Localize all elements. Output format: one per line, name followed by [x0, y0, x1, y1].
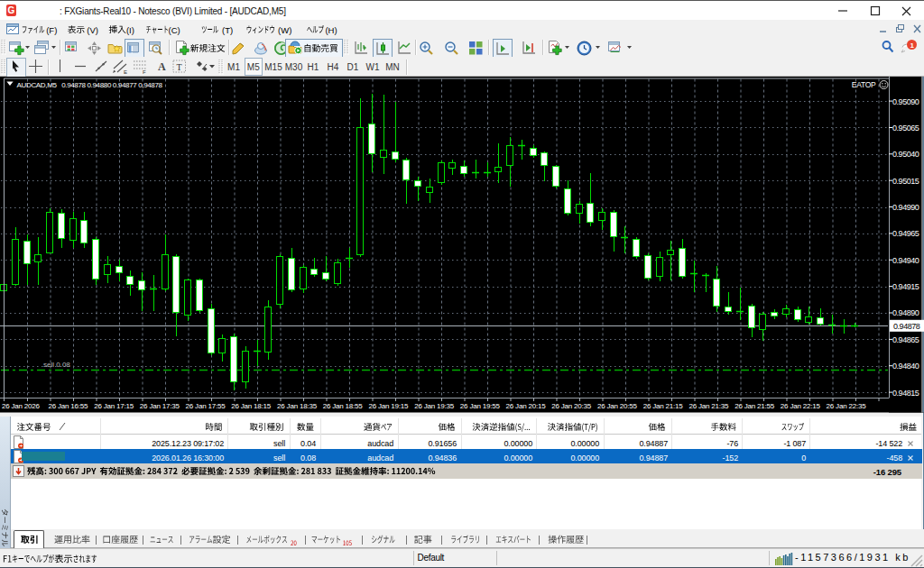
svg-text:0.95090: 0.95090	[892, 97, 919, 106]
svg-text:26 Jan 17:55: 26 Jan 17:55	[186, 402, 226, 410]
svg-text:26 Jan 18:35: 26 Jan 18:35	[277, 402, 318, 410]
svg-text:0.94990: 0.94990	[892, 203, 919, 212]
svg-text:0.94965: 0.94965	[892, 229, 919, 238]
svg-text:26 Jan 17:15: 26 Jan 17:15	[94, 402, 134, 410]
svg-text:sell 0.08: sell 0.08	[43, 361, 70, 369]
svg-text:26 Jan 22:15: 26 Jan 22:15	[781, 402, 821, 410]
svg-text:0.95015: 0.95015	[892, 177, 919, 186]
svg-text:1: 1	[910, 41, 915, 50]
svg-text:26 Jan 21:35: 26 Jan 21:35	[688, 402, 729, 410]
svg-text:26 Jan 21:55: 26 Jan 21:55	[735, 402, 775, 410]
svg-text:26 Jan 16:55: 26 Jan 16:55	[48, 402, 88, 410]
svg-text:26 Jan 20:15: 26 Jan 20:15	[506, 402, 547, 410]
svg-text:26 Jan 18:55: 26 Jan 18:55	[323, 402, 364, 410]
svg-text:T: T	[177, 62, 182, 72]
svg-text:26 Jan 19:35: 26 Jan 19:35	[414, 402, 455, 410]
svg-text:0.95040: 0.95040	[892, 150, 919, 159]
svg-text:26 Jan 18:15: 26 Jan 18:15	[231, 402, 272, 410]
svg-text:26 Jan 21:15: 26 Jan 21:15	[643, 402, 684, 410]
svg-text:0.94890: 0.94890	[892, 308, 919, 317]
svg-text:26 Jan 17:35: 26 Jan 17:35	[140, 402, 180, 410]
svg-text:26 Jan 19:15: 26 Jan 19:15	[368, 402, 409, 410]
svg-text:0.94840: 0.94840	[892, 362, 919, 371]
svg-text:E: E	[124, 69, 127, 75]
svg-text:0.94915: 0.94915	[892, 282, 919, 291]
svg-text:0.94865: 0.94865	[892, 335, 919, 344]
svg-text:AUDCAD,M5 0.94878 0.94880 0.: AUDCAD,M5 0.94878 0.94880 0.94877 0,9487…	[17, 81, 163, 89]
svg-text:26 Jan 2026: 26 Jan 2026	[2, 402, 41, 410]
svg-text:EATOP: EATOP	[852, 80, 876, 89]
svg-text:26 Jan 20:55: 26 Jan 20:55	[597, 402, 638, 410]
svg-text:0.95065: 0.95065	[892, 124, 919, 133]
svg-text:26 Jan 19:55: 26 Jan 19:55	[460, 402, 501, 410]
svg-text:26 Jan 20:35: 26 Jan 20:35	[551, 402, 592, 410]
svg-text:F: F	[143, 69, 146, 75]
svg-text:0.94815: 0.94815	[892, 389, 919, 398]
svg-text:26 Jan 22:35: 26 Jan 22:35	[827, 402, 867, 410]
svg-text:0.94878: 0.94878	[893, 322, 920, 331]
svg-text:0.94940: 0.94940	[892, 256, 919, 265]
